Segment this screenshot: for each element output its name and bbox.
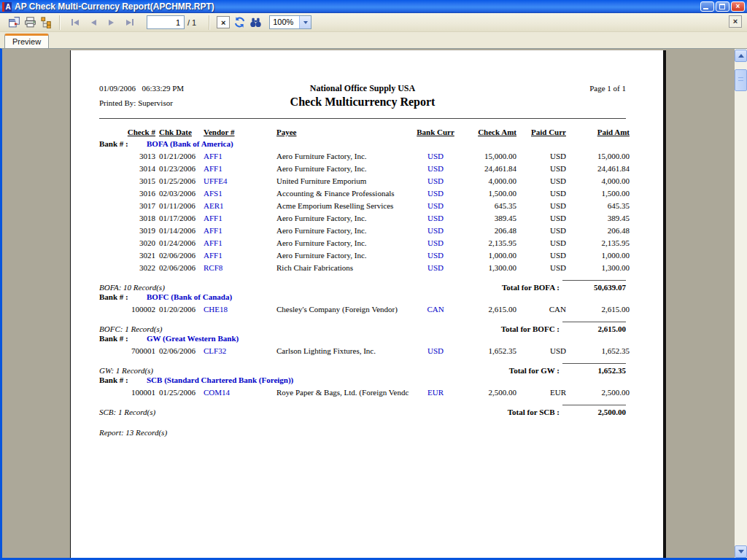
bank-currency: USD [412,176,459,185]
check-number: 3021 [99,251,155,260]
check-number: 700001 [99,346,155,355]
check-number: 100002 [99,305,155,314]
refresh-icon [233,16,246,28]
next-page-button[interactable] [106,18,117,28]
zoom-level-select[interactable]: 100% [269,15,311,29]
paid-amount: 1,500.00 [566,189,630,198]
check-date: 01/20/2006 [155,305,204,314]
check-number: 3017 [99,201,155,210]
print-button[interactable] [22,15,38,31]
check-row: 10000101/25/2006COM14Roye Paper & Bags, … [99,388,626,400]
chevron-up-icon [738,54,744,58]
check-amount: 1,300.00 [459,263,516,272]
stop-loading-button[interactable]: × [215,15,231,31]
restore-button[interactable] [716,1,729,12]
refresh-button[interactable] [231,15,247,31]
vendor-code: AFS1 [204,189,276,198]
column-header-check-date: Chk Date [155,128,204,136]
check-date: 01/24/2006 [155,238,204,247]
check-row: 301701/11/2006AER1Acme Emporium Resellin… [99,201,626,214]
paid-amount: 2,135.95 [566,238,630,247]
group-total-amount: 2,500.00 [562,405,626,416]
report-preview-area: 01/09/2006 06:33:29 PM National Office S… [0,48,747,558]
vertical-scrollbar[interactable] [735,49,747,558]
header-rule [99,118,626,119]
toggle-group-tree-button[interactable] [38,15,54,31]
group-total-label: Total for BOFA : [502,283,562,292]
first-page-button[interactable] [69,17,82,28]
check-number: 3014 [99,164,155,173]
group-record-count: BOFA: 10 Record(s) [99,283,502,292]
column-header-bank-currency: Bank Curr [412,128,459,136]
bank-currency: USD [412,263,459,272]
minimize-button[interactable] [700,1,714,12]
check-row: 10000201/20/2006CHE18Chesley's Company (… [99,305,626,317]
payee: Aero Furniture Factory, Inc. [276,226,412,235]
paid-amount: 1,000.00 [566,251,630,260]
check-date: 02/06/2006 [155,263,204,272]
payee: Aero Furniture Factory, Inc. [276,214,412,222]
vendor-code: AFF1 [204,251,276,260]
previous-page-button[interactable] [88,18,99,28]
printer-icon [24,16,36,28]
first-page-icon [71,19,73,26]
check-amount: 1,000.00 [459,251,516,260]
tab-preview[interactable]: Preview [4,34,49,48]
last-page-icon [126,20,131,26]
vendor-code: AFF1 [204,214,276,222]
export-button[interactable] [6,15,22,31]
binoculars-icon [249,16,262,28]
check-number: 3022 [99,263,155,272]
bank-group-header: Bank # :BOFC (Bank of Canada) [99,292,626,305]
bank-number-label: Bank # : [99,376,147,384]
check-date: 01/25/2006 [155,176,204,185]
vendor-code: AFF1 [204,152,276,160]
check-amount: 15,000.00 [459,152,516,160]
close-window-button[interactable]: × [731,1,745,12]
paid-amount: 2,615.00 [566,305,630,314]
zoom-dropdown-button[interactable] [299,16,311,28]
bank-currency: USD [412,251,459,260]
toolbar-separator [59,15,61,30]
bank-currency: USD [412,152,459,160]
paid-currency: CAN [516,305,566,314]
bank-name: BOFC (Bank of Canada) [147,292,232,301]
group-total-label: Total for GW : [509,366,562,375]
group-record-count: GW: 1 Record(s) [99,366,509,375]
check-date: 02/03/2006 [155,189,204,198]
group-total-row: BOFC: 1 Record(s)Total for BOFC :2,615.0… [99,317,626,333]
paid-amount: 24,461.84 [566,164,630,173]
previous-page-icon [91,20,96,26]
check-number: 3015 [99,176,155,185]
printed-by: Printed By: Supervisor [99,98,290,107]
page-number-input[interactable] [147,15,185,29]
group-total-amount: 50,639.07 [562,280,626,292]
bank-currency: EUR [412,388,459,397]
check-date: 01/25/2006 [155,388,204,397]
paid-currency: USD [516,152,566,160]
paid-currency: USD [516,176,566,185]
check-amount: 4,000.00 [459,176,516,185]
scroll-up-button[interactable] [735,50,747,62]
bank-currency: USD [412,238,459,247]
export-icon [8,16,20,28]
column-header-vendor-code: Vendor # [204,128,276,136]
paid-currency: USD [516,346,566,355]
check-number: 3013 [99,152,155,160]
bank-group-header: Bank # :SCB (Standard Chartered Bank (Fo… [99,376,626,388]
paid-amount: 15,000.00 [566,152,630,160]
report-record-count: Report: 13 Record(s) [99,428,626,437]
check-row: 301401/23/2006AFF1Aero Furniture Factory… [99,164,626,176]
report-header-line2: Printed By: Supervisor Check Multicurren… [99,96,626,114]
restore-icon [719,4,725,9]
check-amount: 206.48 [459,226,516,235]
check-date: 01/23/2006 [155,164,204,173]
report-page: 01/09/2006 06:33:29 PM National Office S… [70,50,666,558]
payee: Rich Chair Fabrications [276,263,412,272]
check-date: 01/14/2006 [155,226,204,235]
scrollbar-thumb[interactable] [735,69,747,91]
scroll-down-button[interactable] [735,545,747,558]
last-page-button[interactable] [123,17,136,28]
close-view-button[interactable]: × [729,15,742,28]
search-button[interactable] [247,15,263,31]
